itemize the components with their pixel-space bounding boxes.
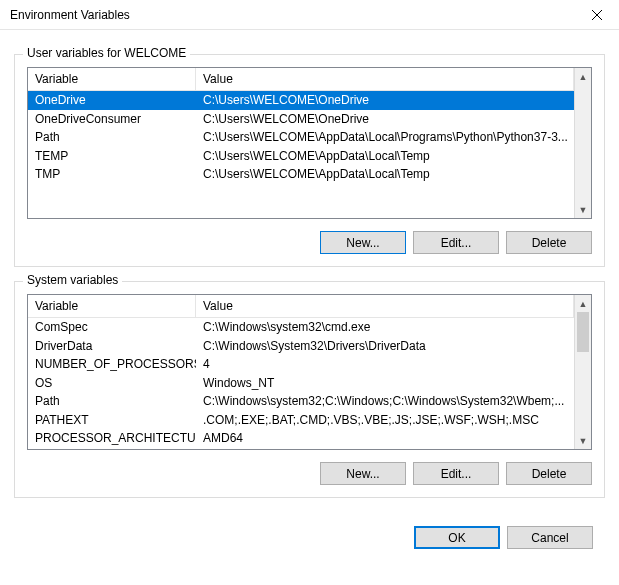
user-variables-legend: User variables for WELCOME [23, 46, 190, 60]
scroll-track[interactable] [575, 85, 591, 201]
scroll-up-icon[interactable]: ▲ [575, 295, 591, 312]
system-list-scrollbar[interactable]: ▲ ▼ [574, 295, 591, 449]
list-item[interactable]: TMP C:\Users\WELCOME\AppData\Local\Temp [28, 165, 574, 184]
var-name: DriverData [28, 337, 196, 355]
var-name: PATHEXT [28, 411, 196, 429]
dialog-content: User variables for WELCOME Variable Valu… [0, 30, 619, 512]
header-variable[interactable]: Variable [28, 68, 196, 90]
scroll-down-icon[interactable]: ▼ [575, 432, 591, 449]
system-variables-group: System variables Variable Value ComSpec … [14, 281, 605, 498]
user-list-scrollbar[interactable]: ▲ ▼ [574, 68, 591, 218]
list-item[interactable]: TEMP C:\Users\WELCOME\AppData\Local\Temp [28, 147, 574, 166]
list-item[interactable]: PROCESSOR_ARCHITECTURE AMD64 [28, 429, 574, 448]
window-title: Environment Variables [10, 8, 574, 22]
header-variable[interactable]: Variable [28, 295, 196, 317]
user-buttons: New... Edit... Delete [27, 231, 592, 254]
list-item[interactable]: OneDrive C:\Users\WELCOME\OneDrive [28, 91, 574, 110]
var-name: OneDrive [28, 91, 196, 109]
var-value: C:\Windows\system32\cmd.exe [196, 318, 574, 336]
scroll-thumb[interactable] [577, 312, 589, 352]
var-name: OS [28, 374, 196, 392]
list-item[interactable]: PATHEXT .COM;.EXE;.BAT;.CMD;.VBS;.VBE;.J… [28, 411, 574, 430]
list-item[interactable]: Path C:\Windows\system32;C:\Windows;C:\W… [28, 392, 574, 411]
close-icon [592, 10, 602, 20]
var-value: C:\Users\WELCOME\OneDrive [196, 91, 574, 109]
close-button[interactable] [574, 0, 619, 30]
var-name: ComSpec [28, 318, 196, 336]
header-value[interactable]: Value [196, 295, 574, 317]
scroll-down-icon[interactable]: ▼ [575, 201, 591, 218]
scroll-track[interactable] [575, 352, 591, 432]
user-variables-list[interactable]: Variable Value OneDrive C:\Users\WELCOME… [27, 67, 592, 219]
list-item[interactable]: Path C:\Users\WELCOME\AppData\Local\Prog… [28, 128, 574, 147]
var-name: NUMBER_OF_PROCESSORS [28, 355, 196, 373]
system-list-header: Variable Value [28, 295, 574, 318]
user-edit-button[interactable]: Edit... [413, 231, 499, 254]
ok-button[interactable]: OK [414, 526, 500, 549]
var-value: C:\Users\WELCOME\OneDrive [196, 110, 574, 128]
system-buttons: New... Edit... Delete [27, 462, 592, 485]
user-delete-button[interactable]: Delete [506, 231, 592, 254]
list-item[interactable]: OS Windows_NT [28, 374, 574, 393]
var-name: PROCESSOR_ARCHITECTURE [28, 429, 196, 447]
cancel-button[interactable]: Cancel [507, 526, 593, 549]
user-new-button[interactable]: New... [320, 231, 406, 254]
var-value: C:\Windows\System32\Drivers\DriverData [196, 337, 574, 355]
var-value: C:\Windows\system32;C:\Windows;C:\Window… [196, 392, 574, 410]
dialog-footer: OK Cancel [0, 512, 619, 561]
var-name: TEMP [28, 147, 196, 165]
system-variables-legend: System variables [23, 273, 122, 287]
var-name: OneDriveConsumer [28, 110, 196, 128]
var-name: Path [28, 128, 196, 146]
var-value: 4 [196, 355, 574, 373]
system-new-button[interactable]: New... [320, 462, 406, 485]
system-delete-button[interactable]: Delete [506, 462, 592, 485]
scroll-up-icon[interactable]: ▲ [575, 68, 591, 85]
var-value: C:\Users\WELCOME\AppData\Local\Temp [196, 147, 574, 165]
var-name: TMP [28, 165, 196, 183]
header-value[interactable]: Value [196, 68, 574, 90]
var-value: AMD64 [196, 429, 574, 447]
var-value: Windows_NT [196, 374, 574, 392]
user-list-header: Variable Value [28, 68, 574, 91]
var-name: Path [28, 392, 196, 410]
list-item[interactable]: ComSpec C:\Windows\system32\cmd.exe [28, 318, 574, 337]
list-item[interactable]: DriverData C:\Windows\System32\Drivers\D… [28, 337, 574, 356]
var-value: C:\Users\WELCOME\AppData\Local\Programs\… [196, 128, 574, 146]
titlebar: Environment Variables [0, 0, 619, 30]
system-variables-list[interactable]: Variable Value ComSpec C:\Windows\system… [27, 294, 592, 450]
list-item[interactable]: NUMBER_OF_PROCESSORS 4 [28, 355, 574, 374]
var-value: .COM;.EXE;.BAT;.CMD;.VBS;.VBE;.JS;.JSE;.… [196, 411, 574, 429]
system-edit-button[interactable]: Edit... [413, 462, 499, 485]
var-value: C:\Users\WELCOME\AppData\Local\Temp [196, 165, 574, 183]
user-variables-group: User variables for WELCOME Variable Valu… [14, 54, 605, 267]
list-item[interactable]: OneDriveConsumer C:\Users\WELCOME\OneDri… [28, 110, 574, 129]
